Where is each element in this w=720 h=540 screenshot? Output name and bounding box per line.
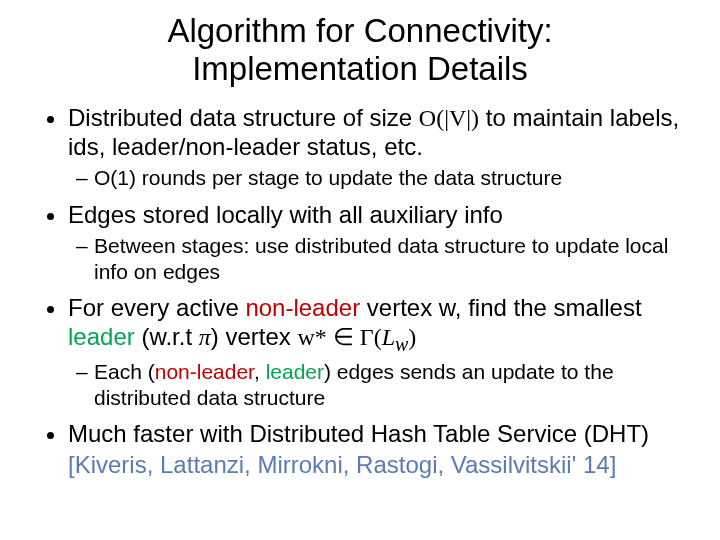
bullet-3: For every active non-leader vertex w, fi… — [68, 294, 680, 410]
b2-sublist: Between stages: use distributed data str… — [68, 233, 680, 283]
b2-sub: Between stages: use distributed data str… — [94, 233, 680, 283]
title-line1: Algorithm for Connectivity: — [167, 12, 552, 49]
b3-sub-nonleader: non-leader — [155, 360, 254, 383]
bullet-4: Much faster with Distributed Hash Table … — [68, 420, 680, 480]
b3-wstar: w* ∈ Γ( — [297, 324, 381, 350]
b3-t2: vertex w, find the smallest — [360, 294, 641, 321]
citation: [Kiveris, Lattanzi, Mirrokni, Rastogi, V… — [68, 451, 680, 480]
b1-pre: Distributed data structure of size — [68, 104, 419, 131]
b1-math: O(|V|) — [419, 105, 479, 131]
b3-pi: π — [199, 324, 211, 350]
b3-sub: Each (non-leader, leader) edges sends an… — [94, 359, 680, 409]
b3-sub-leader: leader — [266, 360, 324, 383]
b2-text: Edges stored locally with all auxiliary … — [68, 201, 503, 228]
b1-sub: O(1) rounds per stage to update the data… — [94, 165, 680, 190]
b3-active: active — [176, 294, 239, 321]
b3-sub-t1: Each ( — [94, 360, 155, 383]
bullet-2: Edges stored locally with all auxiliary … — [68, 201, 680, 284]
b3-lw-w: w — [395, 332, 408, 354]
b3-lw-l: L — [382, 324, 395, 350]
title-line2: Implementation Details — [192, 50, 528, 87]
b3-close: ) — [408, 324, 416, 350]
slide-title: Algorithm for Connectivity: Implementati… — [40, 12, 680, 88]
b1-sublist: O(1) rounds per stage to update the data… — [68, 165, 680, 190]
b3-t3: (w.r.t — [135, 323, 199, 350]
bullet-1: Distributed data structure of size O(|V|… — [68, 104, 680, 191]
slide: Algorithm for Connectivity: Implementati… — [0, 0, 720, 540]
b3-nonleader: non-leader — [245, 294, 360, 321]
b3-t4: ) vertex — [211, 323, 298, 350]
b4-text: Much faster with Distributed Hash Table … — [68, 420, 649, 447]
bullet-list: Distributed data structure of size O(|V|… — [40, 104, 680, 480]
b3-t1: For every — [68, 294, 176, 321]
b3-leader: leader — [68, 323, 135, 350]
b3-sub-comma: , — [254, 360, 266, 383]
b3-sublist: Each (non-leader, leader) edges sends an… — [68, 359, 680, 409]
